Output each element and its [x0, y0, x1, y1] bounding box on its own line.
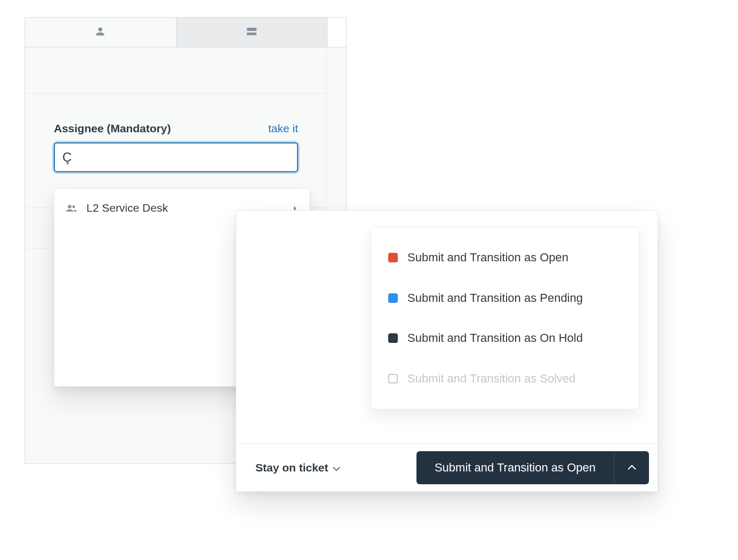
submit-option-label: Submit and Transition as Solved [407, 371, 576, 387]
group-icon [66, 202, 77, 214]
submit-option-label: Submit and Transition as Pending [407, 290, 583, 306]
svg-rect-0 [247, 28, 256, 31]
take-it-link[interactable]: take it [268, 122, 298, 135]
tab-fields[interactable] [177, 18, 327, 47]
submit-panel: Submit and Transition as Open Submit and… [236, 210, 658, 492]
stay-on-ticket-toggle[interactable]: Stay on ticket [255, 461, 340, 474]
assignee-field: Assignee (Mandatory) take it [54, 122, 298, 172]
tab-requester[interactable] [25, 18, 177, 47]
assignee-label: Assignee (Mandatory) [54, 122, 171, 135]
status-chip-pending [388, 293, 398, 303]
status-chip-solved [388, 374, 398, 383]
submit-option-pending[interactable]: Submit and Transition as Pending [385, 283, 625, 314]
submit-option-label: Submit and Transition as On Hold [407, 330, 583, 346]
svg-point-3 [73, 205, 75, 208]
tab-spacer [327, 18, 346, 47]
chevron-up-icon [628, 463, 636, 471]
status-chip-onhold [388, 333, 398, 343]
submit-option-solved: Submit and Transition as Solved [385, 363, 625, 394]
submit-menu: Submit and Transition as Open Submit and… [371, 227, 639, 410]
submit-option-onhold[interactable]: Submit and Transition as On Hold [385, 323, 625, 354]
assignee-input[interactable] [54, 142, 298, 172]
svg-rect-1 [247, 33, 256, 35]
submit-menu-toggle[interactable] [614, 451, 649, 484]
assignee-label-row: Assignee (Mandatory) take it [54, 122, 298, 135]
person-icon [95, 26, 106, 39]
submit-option-open[interactable]: Submit and Transition as Open [385, 242, 625, 273]
submit-option-label: Submit and Transition as Open [407, 250, 568, 266]
status-chip-open [388, 253, 398, 262]
submit-split-button: Submit and Transition as Open [416, 451, 649, 484]
panel-tab-strip [25, 18, 346, 47]
stay-on-ticket-label: Stay on ticket [255, 461, 328, 474]
submit-button[interactable]: Submit and Transition as Open [416, 451, 614, 484]
assignee-option-label: L2 Service Desk [86, 202, 168, 214]
submit-footer: Stay on ticket Submit and Transition as … [236, 443, 657, 491]
panel-icon [246, 27, 257, 38]
svg-point-2 [68, 205, 71, 209]
chevron-down-icon [333, 461, 340, 474]
